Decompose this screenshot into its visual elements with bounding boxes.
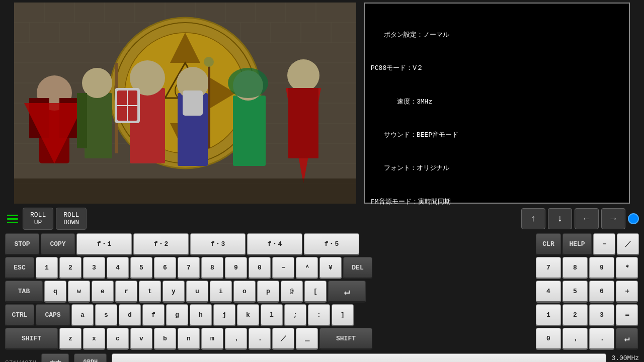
key-k[interactable]: k	[237, 304, 259, 326]
num-equals-key[interactable]: ＝	[616, 304, 638, 326]
game-canvas	[14, 3, 356, 204]
key-0[interactable]: 0	[249, 257, 271, 279]
num-2-key[interactable]: 2	[562, 304, 588, 326]
key-at[interactable]: @	[281, 281, 303, 303]
key-open-bracket[interactable]: [	[304, 281, 327, 303]
key-slash[interactable]: ／	[272, 328, 294, 350]
f4-key[interactable]: f・4	[247, 233, 302, 255]
num-comma-key[interactable]: ，	[562, 328, 588, 350]
f2-key[interactable]: f・2	[133, 233, 189, 255]
key-3[interactable]: 3	[83, 257, 105, 279]
f5-key[interactable]: f・5	[304, 233, 359, 255]
key-6[interactable]: 6	[154, 257, 176, 279]
num-0-key[interactable]: 0	[536, 328, 561, 350]
down-button[interactable]: ↓	[548, 208, 572, 229]
key-2[interactable]: 2	[59, 257, 82, 279]
key-x[interactable]: x	[83, 328, 105, 350]
key-yen[interactable]: ¥	[319, 257, 342, 279]
num-7-key[interactable]: 7	[536, 257, 561, 279]
keyboard-main-left: STOP COPY f・1 f・2 f・3 f・4 f・5 ESC 1 2 3 …	[5, 233, 531, 350]
key-c[interactable]: c	[107, 328, 129, 350]
num-8-key[interactable]: 8	[562, 257, 588, 279]
key-q[interactable]: q	[44, 281, 66, 303]
ctrl-key[interactable]: CTRL	[5, 304, 34, 326]
top-section: ボタン設定：ノーマル PC88モード：V２ 速度：3MHz サウンド：BEEP音…	[0, 0, 644, 206]
num-slash-key[interactable]: ／	[617, 233, 639, 255]
key-7[interactable]: 7	[178, 257, 200, 279]
key-h[interactable]: h	[190, 304, 212, 326]
key-z[interactable]: z	[59, 328, 82, 350]
info-line: フォント：オリジナル	[371, 163, 623, 174]
key-f[interactable]: f	[142, 304, 165, 326]
f1-key[interactable]: f・1	[76, 233, 132, 255]
info-line: ボタン設定：ノーマル	[371, 30, 623, 41]
toolbar: ROLLUP ROLLDOWN ↑ ↓ ← →	[0, 206, 644, 231]
key-underscore[interactable]: ＿	[296, 328, 318, 350]
key-p[interactable]: p	[257, 281, 279, 303]
spacebar-key[interactable]	[112, 353, 606, 362]
key-comma[interactable]: ，	[225, 328, 247, 350]
key-caret[interactable]: ＾	[296, 257, 318, 279]
key-n[interactable]: n	[178, 328, 200, 350]
key-minus[interactable]: －	[272, 257, 294, 279]
num-1-key[interactable]: 1	[536, 304, 561, 326]
key-9[interactable]: 9	[225, 257, 247, 279]
num-enter-key[interactable]: ↵	[616, 328, 638, 350]
grph-key[interactable]: GRPH	[74, 353, 107, 362]
key-semicolon[interactable]: ;	[284, 304, 306, 326]
num-3-key[interactable]: 3	[589, 304, 614, 326]
key-1[interactable]: 1	[36, 257, 58, 279]
right-button[interactable]: →	[601, 208, 625, 229]
key-v[interactable]: v	[130, 328, 152, 350]
kana-key[interactable]: カナ	[41, 353, 69, 362]
key-e[interactable]: e	[92, 281, 114, 303]
key-o[interactable]: o	[233, 281, 256, 303]
caps-key[interactable]: CAPS	[36, 304, 70, 326]
key-l[interactable]: l	[261, 304, 283, 326]
key-d[interactable]: d	[119, 304, 141, 326]
num-asterisk-key[interactable]: ＊	[616, 257, 638, 279]
key-g[interactable]: g	[166, 304, 188, 326]
key-w[interactable]: w	[68, 281, 90, 303]
del-key[interactable]: DEL	[343, 257, 372, 279]
key-m[interactable]: m	[201, 328, 223, 350]
enter-key[interactable]: ↵	[328, 281, 366, 303]
left-shift-key[interactable]: SHIFT	[5, 328, 58, 350]
key-t[interactable]: t	[139, 281, 161, 303]
f3-key[interactable]: f・3	[190, 233, 246, 255]
roll-up-button[interactable]: ROLLUP	[23, 208, 53, 230]
key-4[interactable]: 4	[107, 257, 129, 279]
number-key-row: ESC 1 2 3 4 5 6 7 8 9 0 － ＾ ¥ DEL	[5, 257, 531, 279]
num-minus-key[interactable]: －	[593, 233, 615, 255]
tab-key[interactable]: TAB	[5, 281, 43, 303]
key-b[interactable]: b	[154, 328, 176, 350]
roll-down-button[interactable]: ROLLDOWN	[56, 208, 87, 230]
key-u[interactable]: u	[186, 281, 208, 303]
esc-key[interactable]: ESC	[5, 257, 34, 279]
up-button[interactable]: ↑	[521, 208, 545, 229]
num-9-key[interactable]: 9	[589, 257, 614, 279]
num-6-key[interactable]: 6	[589, 281, 614, 303]
key-colon[interactable]: :	[308, 304, 330, 326]
num-5-key[interactable]: 5	[562, 281, 588, 303]
left-button[interactable]: ←	[575, 208, 599, 229]
key-5[interactable]: 5	[130, 257, 152, 279]
key-period[interactable]: ．	[249, 328, 271, 350]
key-8[interactable]: 8	[201, 257, 223, 279]
key-i[interactable]: i	[210, 281, 232, 303]
menu-icon[interactable]	[5, 211, 20, 226]
copy-key[interactable]: COPY	[41, 233, 75, 255]
key-a[interactable]: a	[71, 304, 94, 326]
key-s[interactable]: s	[95, 304, 117, 326]
num-plus-key[interactable]: ＋	[616, 281, 638, 303]
num-period-key[interactable]: ．	[589, 328, 614, 350]
key-j[interactable]: j	[213, 304, 235, 326]
key-r[interactable]: r	[115, 281, 137, 303]
key-y[interactable]: y	[163, 281, 185, 303]
key-close-bracket[interactable]: ]	[332, 304, 354, 326]
stop-key[interactable]: STOP	[5, 233, 39, 255]
help-key[interactable]: HELP	[562, 233, 592, 255]
num-4-key[interactable]: 4	[536, 281, 561, 303]
right-shift-key[interactable]: SHIFT	[319, 328, 372, 350]
clr-key[interactable]: CLR	[536, 233, 561, 255]
